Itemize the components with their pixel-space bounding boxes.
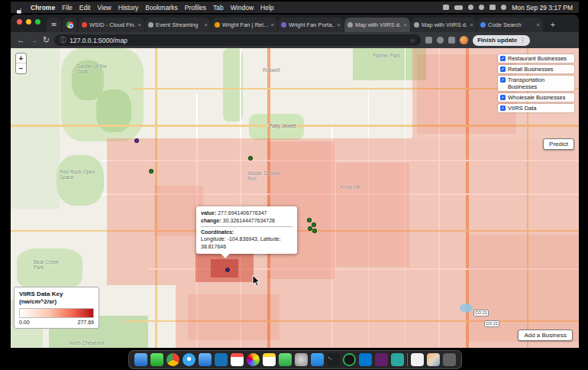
tab-close-icon[interactable]: × [204, 22, 208, 28]
control-center-icon[interactable] [489, 5, 496, 10]
back-button[interactable]: ← [17, 36, 25, 44]
layer-control: Restaurant Businesses Retail Businesses … [498, 54, 574, 112]
close-window-button[interactable] [17, 19, 22, 24]
layer-row-restaurant[interactable]: Restaurant Businesses [498, 54, 574, 63]
tab-map-viirs-2[interactable]: Map with VIIRS d... × [411, 18, 477, 32]
dock-chrome-icon[interactable] [166, 353, 179, 366]
popup-coordinates: Longitude: -104.836943, Latitude: 38.817… [201, 235, 292, 251]
dock-safari-icon[interactable] [183, 353, 195, 366]
tab-code-search[interactable]: Code Search × [477, 18, 543, 32]
tab-wsid-cloud[interactable]: WSID - Cloud Fin... × [79, 18, 144, 32]
dock-settings-icon[interactable] [295, 353, 308, 366]
layer-row-retail[interactable]: Retail Businesses [498, 65, 574, 73]
zoom-out-button[interactable]: − [16, 63, 26, 73]
tab-favicon [82, 22, 87, 28]
business-marker-green[interactable] [248, 156, 253, 161]
business-marker-purple[interactable] [134, 138, 139, 143]
layer-row-viirs[interactable]: VIIRS Data [498, 104, 574, 112]
tab-close-icon[interactable]: × [337, 22, 341, 28]
reload-button[interactable]: ↻ [43, 36, 50, 44]
route-shield: CO 21 [473, 310, 489, 316]
screen-mirroring-icon[interactable] [443, 5, 449, 10]
spotlight-icon[interactable] [479, 5, 484, 10]
profile-avatar[interactable] [460, 36, 468, 44]
popup-value-label: value: [201, 210, 216, 216]
dock-window-thumbnail[interactable] [427, 353, 440, 366]
finish-update-button[interactable]: Finish update ⋮ [473, 35, 530, 46]
extensions-puzzle-icon[interactable] [448, 37, 455, 44]
cast-icon[interactable] [425, 37, 432, 44]
predict-button[interactable]: Predict [543, 138, 574, 150]
dock-calendar-icon[interactable] [231, 353, 244, 366]
pinned-tab-mail[interactable]: ✉ [47, 18, 61, 32]
menubar-item-tab[interactable]: Tab [213, 4, 224, 11]
layer-label: VIIRS Data [508, 105, 537, 112]
layer-row-wholesale[interactable]: Wholesale Businesses [498, 93, 574, 102]
menubar-item-file[interactable]: File [62, 4, 73, 11]
dock-photos-icon[interactable] [247, 353, 260, 366]
menubar-item-bookmarks[interactable]: Bookmarks [145, 4, 178, 11]
extension-icon[interactable] [437, 37, 444, 44]
dock-facetime-icon[interactable] [150, 353, 163, 366]
layer-row-transportation[interactable]: Transportation Businesses [498, 76, 574, 91]
browser-window: ✉ WSID - Cloud Fin... × Event Streaming … [11, 15, 579, 348]
checkbox-checked-icon[interactable] [500, 56, 506, 61]
wifi-icon[interactable] [468, 5, 473, 10]
business-marker-green[interactable] [312, 222, 316, 227]
map-canvas[interactable]: Garden of the Gods Roswell Patty Jewett … [11, 48, 579, 348]
tab-title: Code Search [488, 21, 534, 28]
dock-document-icon[interactable] [411, 353, 424, 366]
minimize-window-button[interactable] [26, 19, 31, 24]
menubar-item-history[interactable]: History [118, 4, 138, 11]
site-info-icon[interactable]: ⓘ [60, 36, 66, 44]
tab-close-icon[interactable]: × [536, 22, 540, 28]
business-marker-green[interactable] [149, 169, 153, 174]
menubar-item-edit[interactable]: Edit [79, 4, 91, 11]
menubar-item-view[interactable]: View [97, 4, 111, 11]
dock-vscode-icon[interactable] [359, 353, 372, 366]
battery-icon[interactable] [454, 5, 463, 10]
selected-cell-marker[interactable] [225, 268, 230, 272]
checkbox-checked-icon[interactable] [500, 77, 506, 83]
tab-close-icon[interactable]: × [470, 22, 473, 28]
dock-appstore-icon[interactable] [311, 353, 324, 366]
siri-icon[interactable] [501, 5, 506, 10]
tab-map-viirs-active[interactable]: Map with VIIRS d... × [344, 18, 410, 32]
menubar-item-chrome[interactable]: Chrome [31, 4, 55, 11]
new-tab-button[interactable]: + [547, 18, 559, 31]
dock-phone-icon[interactable] [279, 353, 292, 366]
business-marker-green[interactable] [307, 218, 312, 222]
menubar-item-profiles[interactable]: Profiles [185, 4, 206, 11]
zoom-in-button[interactable]: + [16, 54, 26, 63]
menubar-clock[interactable]: Mon Sep 29 3:17 PM [512, 4, 573, 11]
checkbox-checked-icon[interactable] [500, 67, 506, 72]
business-marker-green[interactable] [312, 229, 317, 233]
tab-wright-fan-portal[interactable]: Wright Fan Porta... × [278, 18, 344, 32]
dock-trash-icon[interactable] [443, 353, 456, 366]
menubar-item-window[interactable]: Window [231, 4, 254, 11]
bookmark-star-icon[interactable]: ☆ [409, 37, 415, 44]
tab-close-icon[interactable]: × [270, 22, 274, 28]
checkbox-checked-icon[interactable] [500, 105, 506, 111]
dock-spotify-icon[interactable] [343, 353, 356, 366]
checkbox-checked-icon[interactable] [500, 95, 506, 100]
dock-slack-icon[interactable] [375, 353, 388, 366]
tab-favicon [281, 22, 286, 28]
tab-close-icon[interactable]: × [137, 22, 141, 28]
dock-mail-icon[interactable] [199, 353, 212, 366]
forward-button[interactable]: → [30, 36, 38, 44]
address-bar[interactable]: ⓘ 127.0.0.1:5000/map ☆ [54, 34, 421, 46]
add-business-button[interactable]: Add a Business [518, 329, 573, 341]
tab-close-icon[interactable]: × [403, 22, 407, 28]
dock-terminal-icon[interactable]: ›_ [327, 353, 340, 366]
dock-notes-icon[interactable] [263, 353, 276, 366]
menubar-item-help[interactable]: Help [260, 4, 273, 11]
dock-xcode-icon[interactable] [215, 353, 228, 366]
pinned-tab-chrome[interactable] [63, 18, 77, 32]
tab-event-streaming[interactable]: Event Streaming × [145, 18, 211, 32]
apple-menu-icon[interactable] [17, 4, 24, 11]
dock-docker-icon[interactable] [391, 353, 404, 366]
dock-contacts-icon[interactable] [134, 353, 147, 366]
tab-wright-fan-rel[interactable]: Wright Fan | Rel... × [212, 18, 277, 32]
zoom-window-button[interactable] [35, 19, 40, 24]
